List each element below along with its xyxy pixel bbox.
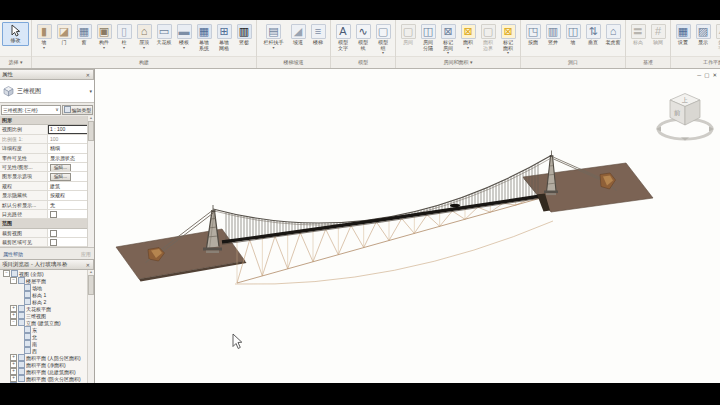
ribbon-button-show-workplane[interactable]: ▨显示 [693,22,713,48]
deck-object[interactable] [450,204,460,208]
expand-icon[interactable]: + [10,375,17,382]
ribbon-panel-label[interactable]: 模型 [331,56,395,68]
view-restore-icon[interactable]: ▢ [704,72,709,78]
checkbox[interactable] [50,211,57,218]
ribbon-button-column[interactable]: ▯柱▾ [114,22,134,51]
tree-item[interactable]: −立面 (建筑立面) [0,319,94,326]
ribbon-button-vertical-opening[interactable]: ⇅垂直 [583,22,603,48]
properties-help-link[interactable]: 属性帮助 [3,251,81,257]
ribbon-panel-label[interactable]: 基准 [626,56,670,68]
ribbon-button-window[interactable]: ▦窗 [74,22,94,48]
expand-icon[interactable]: + [10,361,17,368]
dropdown-arrow-icon[interactable]: ▾ [467,46,469,49]
checkbox[interactable] [50,239,57,246]
ribbon-button-area-boundary[interactable]: ▢面积 边界 [478,22,498,53]
edit-type-button[interactable]: 编辑类型 [62,105,93,115]
scroll-up-icon[interactable]: ▲ [89,270,92,274]
ribbon-button-dormer[interactable]: ⌂老虎窗 [603,22,623,48]
ribbon-panel-label[interactable]: 房间和面积 ▾ [396,56,520,68]
browser-scrollbar[interactable]: ▲ [87,270,94,383]
property-section-header[interactable]: 范围˄ [0,219,94,228]
bridge-model[interactable] [95,69,720,383]
ribbon-button-by-face[interactable]: ◳按面 [523,22,543,48]
ribbon-button-mullion[interactable]: ▥竖梃 [234,22,254,48]
ribbon-button-curtain-system[interactable]: ▦幕墙 系统 [194,22,214,53]
viewcube[interactable]: 上 前 [652,83,718,149]
tree-item[interactable]: +面积平面 (净面积) [0,361,94,368]
tree-item[interactable]: 标高 1 [0,291,94,298]
ribbon-button-component[interactable]: ▣构件▾ [94,22,114,51]
ribbon-button-wall-opening[interactable]: ◫墙 [563,22,583,48]
tree-item[interactable]: −楼层平面 [0,277,94,284]
tree-item[interactable]: −视图 (全部) [0,270,94,277]
ribbon-button-floor[interactable]: ▬楼板▾ [174,22,194,51]
ribbon-button-tag-room[interactable]: ⊠标记 房间▾ [438,22,458,56]
main-cable[interactable] [213,155,552,223]
ribbon-button-roof[interactable]: ⌂屋顶▾ [134,22,154,51]
ribbon-panel-label[interactable]: 洞口 [521,56,625,68]
project-browser-close-icon[interactable]: ✕ [85,262,91,268]
ribbon-button-model-text[interactable]: A模型 文字 [333,22,353,53]
collapse-icon[interactable]: − [3,270,10,277]
view-minimize-icon[interactable]: ─ [697,72,701,78]
ribbon-button-tag-area[interactable]: ⊠标记 面积▾ [498,22,518,56]
edit-button[interactable]: 编辑... [50,164,71,171]
scroll-up-icon[interactable]: ▲ [89,116,92,120]
tree-item[interactable]: 标高 2 [0,298,94,305]
ribbon-button-set-workplane[interactable]: ▦设置 [673,22,693,48]
tree-item[interactable]: +天花板平面 [0,305,94,312]
ribbon-button-ramp[interactable]: ◢坡道 [288,22,308,48]
dropdown-arrow-icon[interactable]: ▾ [272,46,274,49]
tree-item[interactable]: 西 [0,347,94,354]
bridge-deck[interactable] [222,196,541,242]
type-selector-dropdown-icon[interactable]: ▾ [89,88,92,94]
dropdown-arrow-icon[interactable]: ▾ [103,46,105,49]
drawing-area[interactable]: ─▢✕ 上 前 [95,69,720,383]
ribbon-button-ceiling[interactable]: ▭天花板 [154,22,174,48]
tree-item[interactable]: +三维视图 [0,312,94,319]
ribbon-button-room[interactable]: ▢房间 [398,22,418,48]
dropdown-arrow-icon[interactable]: ▾ [143,46,145,49]
terrain-left[interactable] [116,229,245,279]
dropdown-arrow-icon[interactable]: ▾ [183,46,185,49]
expand-icon[interactable]: + [10,312,17,319]
edit-button[interactable]: 编辑... [50,173,71,180]
dropdown-arrow-icon[interactable]: ▾ [123,46,125,49]
checkbox[interactable] [50,230,57,237]
deck-truss[interactable] [237,198,541,284]
view-close-icon[interactable]: ✕ [712,72,717,78]
scroll-thumb[interactable] [88,121,94,141]
collapse-icon[interactable]: − [10,277,17,284]
ribbon-panel-label[interactable]: 选择 ▾ [0,56,31,68]
tree-item[interactable]: +面积平面 (人防分区面积) [0,354,94,361]
ribbon-button-stair[interactable]: ≡楼梯 [308,22,328,48]
dropdown-arrow-icon[interactable]: ▾ [447,51,449,54]
ribbon-button-level[interactable]: 〓标高 [628,22,648,48]
collapse-icon[interactable]: − [10,319,17,326]
properties-scrollbar[interactable]: ▲ [87,116,94,247]
expand-icon[interactable]: + [10,305,17,312]
instance-selector[interactable]: 三维视图: {三维} ∨ [1,105,61,115]
dropdown-arrow-icon[interactable]: ▾ [382,51,384,54]
dropdown-arrow-icon[interactable]: ▾ [43,46,45,49]
ribbon-button-door[interactable]: ◪门 [54,22,74,48]
tree-item[interactable]: 东 [0,326,94,333]
ribbon-button-room-separator[interactable]: ◫房间 分隔 [418,22,438,53]
property-section-header[interactable]: 图形˄ [0,116,94,125]
tree-item[interactable]: 北 [0,333,94,340]
tree-item[interactable]: 南 [0,340,94,347]
ribbon-button-area[interactable]: ⊠面积▾ [458,22,478,51]
expand-icon[interactable]: + [10,368,17,375]
scroll-thumb[interactable] [88,275,94,295]
ribbon-button-wall[interactable]: ▮墙▾ [34,22,54,51]
ribbon-button-railing[interactable]: ▤栏杆扶手▾ [259,22,288,51]
ribbon-panel-label[interactable]: 工作平面 [671,56,720,68]
dropdown-arrow-icon[interactable]: ▾ [507,51,509,54]
expand-icon[interactable]: + [10,354,17,361]
ribbon-button-grid[interactable]: #轴网 [648,22,668,48]
ribbon-panel-label[interactable]: 构建 [32,56,256,68]
ribbon-button-curtain-grid[interactable]: ⊞幕墙 网格 [214,22,234,53]
ribbon-panel-label[interactable]: 楼梯坡道 [257,56,330,68]
ribbon-button-model-line[interactable]: ∿模型 线 [353,22,373,53]
properties-close-icon[interactable]: ✕ [85,72,91,78]
